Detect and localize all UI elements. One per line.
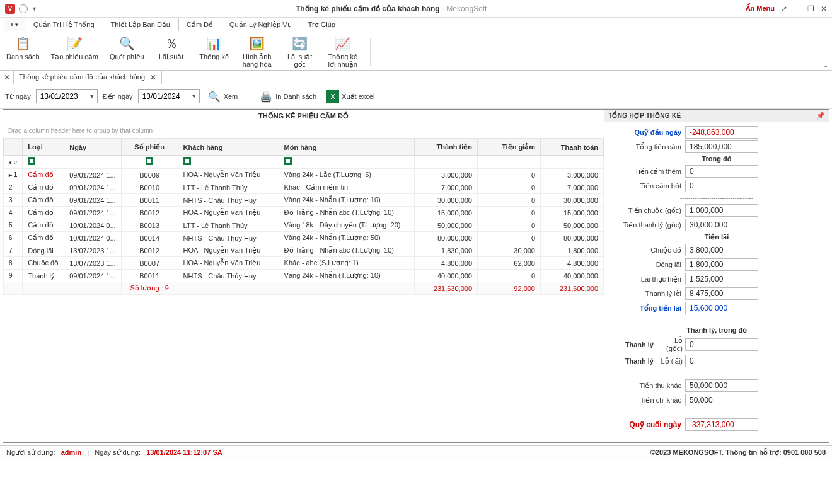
- filter-row[interactable]: ▾-2====: [4, 156, 604, 169]
- ribbon-label: Hình ảnh hàng hóa: [243, 53, 272, 68]
- table-row[interactable]: 9Thanh lý09/01/2024 1...B0011NHTS - Châu…: [4, 270, 604, 282]
- chuoc-goc-value: 1,000,000: [685, 204, 758, 217]
- table-row[interactable]: 3Cầm đồ09/01/2024 1...B0011NHTS - Châu T…: [4, 194, 604, 207]
- ribbon-item[interactable]: 🖼️Hình ảnh hàng hóa: [241, 35, 273, 69]
- document-tab-label: Thống kê phiếu cầm đồ của khách hàng: [19, 73, 145, 81]
- column-header[interactable]: Ngày: [64, 139, 121, 156]
- window-title: Thống kê phiếu cầm đồ của khách hàng - M…: [37, 4, 746, 13]
- menu-tab[interactable]: Cầm Đồ: [178, 18, 221, 32]
- lo-goc-value: 0: [685, 338, 758, 351]
- table-row[interactable]: ▸ 1Cầm đồ09/01/2024 1...B0009HOA - Nguyễ…: [4, 169, 604, 181]
- ribbon-item[interactable]: 🔍Quét phiếu: [110, 35, 144, 69]
- quy-dau-label: Quỹ đầu ngày: [610, 129, 685, 137]
- grid-title: THỐNG KÊ PHIẾU CẦM ĐỒ: [3, 110, 604, 123]
- app-icon[interactable]: V: [5, 4, 15, 14]
- maximize-icon[interactable]: ❐: [807, 4, 814, 13]
- print-button[interactable]: 🖨️ In Danh sách: [257, 88, 319, 105]
- totals-thanhtien: 231,630,000: [415, 282, 478, 295]
- tien-lai-head: Tiền lãi: [610, 233, 824, 241]
- ribbon-icon: 📊: [206, 35, 222, 52]
- chevron-down-icon[interactable]: ▼: [32, 6, 37, 12]
- statusbar: Người sử dụng: admin | Ngày sử dụng: 13/…: [0, 445, 832, 459]
- totals-count: Số lượng : 9: [121, 282, 178, 295]
- chi-khac-value: 50,000: [685, 394, 758, 406]
- table-row[interactable]: 6Cầm đồ10/01/2024 0...B0014NHTS - Châu T…: [4, 232, 604, 244]
- from-date-dropdown-icon[interactable]: ▼: [87, 93, 97, 100]
- to-date-label: Đến ngày: [103, 93, 133, 101]
- ribbon-icon: 📋: [14, 35, 31, 52]
- thanhly-loi-value: 8,475,000: [685, 287, 758, 300]
- quy-dau-value: -248,863,000: [685, 126, 758, 139]
- minimize-icon[interactable]: —: [794, 4, 801, 13]
- document-tab-close[interactable]: ✕: [150, 73, 156, 82]
- dong-lai-value: 1,800,000: [685, 258, 758, 271]
- ribbon-label: Lãi suất: [159, 53, 183, 60]
- close-icon[interactable]: ✕: [821, 4, 827, 13]
- menu-tab[interactable]: Thiết Lập Ban Đầu: [103, 18, 178, 31]
- column-header[interactable]: Số phiếu: [121, 139, 178, 156]
- file-menu-tab[interactable]: ▾: [4, 18, 25, 31]
- to-date-input[interactable]: [139, 90, 189, 103]
- ribbon-label: Thống kê lợi nhuận: [328, 53, 357, 68]
- cam-bot-value: 0: [685, 180, 758, 192]
- document-tab[interactable]: Thống kê phiếu cầm đồ của khách hàng ✕: [14, 71, 162, 84]
- ribbon-item[interactable]: 🔄Lãi suất gốc: [284, 35, 316, 69]
- ribbon-label: Quét phiếu: [110, 53, 144, 60]
- totals-row: Số lượng : 9 231,630,000 92,000 231,600,…: [4, 282, 604, 295]
- status-date: 13/01/2024 11:12:07 SA: [146, 449, 222, 456]
- column-header[interactable]: Khách hàng: [178, 139, 279, 156]
- table-row[interactable]: 5Cầm đồ10/01/2024 0...B0013LTT - Lê Than…: [4, 219, 604, 232]
- menu-tabs: ▾ Quản Trị Hệ ThốngThiết Lập Ban ĐầuCầm …: [0, 18, 832, 32]
- excel-cell-icon: [28, 158, 35, 165]
- ribbon-item[interactable]: 📋Danh sách: [6, 35, 40, 69]
- ribbon-collapse-icon[interactable]: ⤢: [781, 4, 787, 13]
- ribbon-item[interactable]: ％Lãi suất: [156, 35, 187, 69]
- ribbon-item[interactable]: 📝Tạo phiếu cầm: [51, 35, 98, 69]
- titlebar: V ▼ Thống kê phiếu cầm đồ của khách hàng…: [0, 0, 832, 18]
- ribbon-label: Tạo phiếu cầm: [51, 53, 98, 60]
- column-header[interactable]: Thanh toán: [541, 139, 604, 156]
- from-date-label: Từ ngày: [5, 93, 31, 101]
- to-date-dropdown-icon[interactable]: ▼: [189, 93, 199, 100]
- ribbon-item[interactable]: 📊Thống kê: [199, 35, 230, 69]
- to-date-field[interactable]: ▼: [138, 89, 200, 103]
- trong-do-head: Trong đó: [610, 155, 824, 163]
- thanhly-goc-value: 30,000,000: [685, 219, 758, 231]
- hide-menu-link[interactable]: Ẩn Menu: [746, 4, 775, 13]
- table-row[interactable]: 2Cầm đồ09/01/2024 1...B0010LTT - Lê Than…: [4, 181, 604, 194]
- from-date-input[interactable]: [37, 90, 87, 103]
- menu-tab[interactable]: Quản Trị Hệ Thống: [25, 18, 103, 31]
- export-excel-button[interactable]: X Xuất excel: [324, 89, 377, 104]
- table-row[interactable]: 7Đóng lãi13/07/2023 1...B0012HOA - Nguyễ…: [4, 244, 604, 257]
- lai-thuc-value: 1,525,000: [685, 273, 758, 285]
- table-row[interactable]: 4Cầm đồ09/01/2024 1...B0012HOA - Nguyễn …: [4, 207, 604, 219]
- tong-cam-label: Tổng tiền cầm: [610, 143, 685, 151]
- data-grid[interactable]: LoạiNgàySố phiếuKhách hàngMón hàngThành …: [3, 139, 604, 442]
- search-icon: 🔍: [207, 89, 221, 103]
- grid-panel: THỐNG KÊ PHIẾU CẦM ĐỒ Drag a column head…: [3, 110, 604, 442]
- menu-tab[interactable]: Quản Lý Nghiệp Vụ: [221, 18, 300, 31]
- totals-giam: 92,000: [478, 282, 541, 295]
- ribbon-label: Thống kê: [199, 53, 229, 60]
- tl-trongdo-head: Thanh lý, trong đó: [610, 326, 824, 334]
- column-header[interactable]: Tiền giảm: [478, 139, 541, 156]
- close-all-tabs[interactable]: ✕: [0, 71, 14, 84]
- summary-panel: TỔNG HỢP THỐNG KÊ 📌 Quỹ đầu ngày-248,863…: [604, 110, 829, 442]
- ribbon-item[interactable]: 📈Thống kê lợi nhuận: [327, 35, 359, 69]
- table-row[interactable]: 8Chuộc đồ13/07/2023 1...B0007HOA - Nguyễ…: [4, 257, 604, 270]
- ribbon-expand-icon[interactable]: ⌄: [823, 62, 828, 69]
- skin-dropdown[interactable]: [19, 4, 28, 13]
- ribbon-icon: 🖼️: [249, 35, 265, 52]
- column-header[interactable]: Loại: [23, 139, 64, 156]
- ribbon-icon: 📈: [335, 35, 351, 52]
- column-header[interactable]: Món hàng: [279, 139, 414, 156]
- divider: -----------------------------------: [680, 195, 754, 202]
- pin-icon[interactable]: 📌: [816, 112, 825, 120]
- ribbon-icon: 📝: [66, 35, 83, 52]
- from-date-field[interactable]: ▼: [36, 89, 98, 103]
- menu-tab[interactable]: Trợ Giúp: [300, 18, 344, 31]
- group-drop-area[interactable]: Drag a column header here to group by th…: [3, 123, 604, 139]
- document-tabs: ✕ Thống kê phiếu cầm đồ của khách hàng ✕: [0, 71, 832, 84]
- column-header[interactable]: Thành tiền: [415, 139, 478, 156]
- view-button[interactable]: 🔍 Xem: [205, 88, 241, 105]
